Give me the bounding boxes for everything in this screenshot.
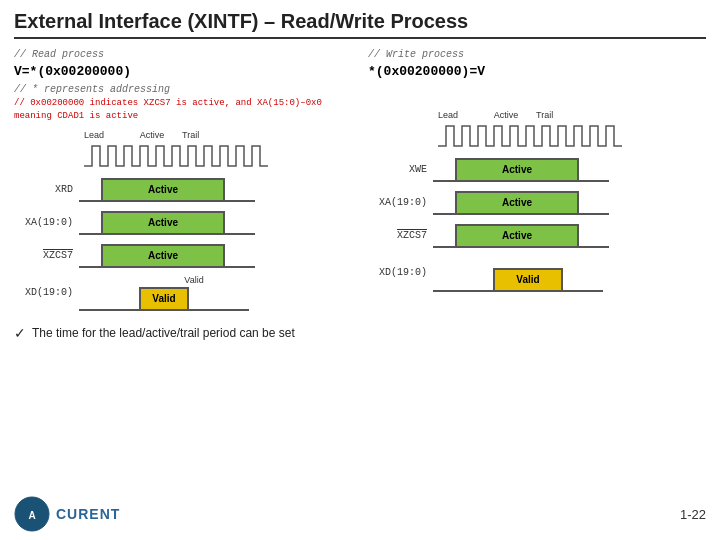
write-clk-diagram [438, 122, 706, 150]
read-clk-diagram [84, 142, 352, 170]
page-title: External Interface (XINTF) – Read/Write … [14, 10, 706, 33]
read-comment2: // * represents addressing [14, 82, 352, 97]
write-xd-row: XD(19:0) Valid [368, 255, 706, 291]
write-clk-labels: Lead Active Trail [368, 110, 706, 120]
write-xwe-label: XWE [368, 164, 433, 175]
read-valid-label: Valid [139, 275, 249, 285]
read-xrd-label: XRD [14, 184, 79, 195]
write-xzcs7-low-left [433, 224, 455, 248]
write-xwe-row: XWE Active [368, 156, 706, 184]
read-trail-label: Trail [182, 130, 212, 140]
read-xzcs7-active: Active [103, 244, 223, 268]
read-xa-row: XA(19:0) Active [14, 209, 352, 237]
read-xa-label: XA(19:0) [14, 217, 79, 228]
read-xd-label: XD(19:0) [14, 287, 79, 298]
write-column: // Write process *(0x00200000)=V Lead Ac… [368, 47, 706, 315]
write-active-label: Active [476, 110, 536, 120]
write-xd-flat-left [433, 268, 493, 292]
read-clk-svg [84, 142, 324, 170]
read-xrd-low-right [225, 178, 255, 202]
write-code: // Write process *(0x00200000)=V [368, 47, 706, 82]
write-xwe-bar: Active [433, 158, 609, 182]
read-xd-row: XD(19:0) Valid Valid [14, 275, 352, 311]
write-xzcs7-low-right [579, 224, 609, 248]
read-xd-flat-right [189, 287, 249, 311]
read-xzcs7-label: XZCS7 [14, 250, 79, 261]
read-xzcs7-bar: Active [79, 244, 255, 268]
read-lead-label: Lead [84, 130, 122, 140]
read-xrd-row: XRD Active [14, 176, 352, 204]
read-xrd-low-left [79, 178, 101, 202]
page-container: External Interface (XINTF) – Read/Write … [0, 0, 720, 540]
main-content: // Read process V=*(0x00200000) // * rep… [14, 47, 706, 315]
bottom-note-text: The time for the lead/active/trail perio… [32, 326, 295, 340]
write-xd-area: Valid [433, 254, 603, 292]
write-xd-valid-box: Valid [493, 268, 563, 292]
bottom-note: ✓ The time for the lead/active/trail per… [14, 325, 706, 341]
write-xwe-active: Active [457, 158, 577, 182]
read-xa-active: Active [103, 211, 223, 235]
write-xzcs7-row: XZCS7 Active [368, 222, 706, 250]
write-xa-row: XA(19:0) Active [368, 189, 706, 217]
write-xd-flat-right [563, 268, 603, 292]
read-xd-flat-left [79, 287, 139, 311]
read-xd-bar: Valid [79, 287, 249, 311]
read-note: // 0x00200000 indicates XZCS7 is active,… [14, 97, 352, 124]
write-xd-label: XD(19:0) [368, 267, 433, 278]
write-xwe-low-left [433, 158, 455, 182]
write-main-code: *(0x00200000)=V [368, 62, 706, 82]
read-code: // Read process V=*(0x00200000) // * rep… [14, 47, 352, 124]
write-comment1: // Write process [368, 47, 706, 62]
read-xd-valid-box: Valid [139, 287, 189, 311]
divider [14, 37, 706, 39]
read-xzcs7-low-left [79, 244, 101, 268]
checkmark-icon: ✓ [14, 325, 26, 341]
write-xzcs7-active: Active [457, 224, 577, 248]
write-xa-low-left [433, 191, 455, 215]
read-xzcs7-low-right [225, 244, 255, 268]
write-clk-svg [438, 122, 678, 150]
write-xa-active: Active [457, 191, 577, 215]
read-xa-low-left [79, 211, 101, 235]
read-xa-bar: Active [79, 211, 255, 235]
svg-text:A: A [28, 510, 35, 521]
write-xzcs7-label: XZCS7 [368, 230, 433, 241]
write-trail-label: Trail [536, 110, 566, 120]
write-xwe-low-right [579, 158, 609, 182]
read-clk-labels: Lead Active Trail [14, 130, 352, 140]
read-xrd-active: Active [103, 178, 223, 202]
write-xa-low-right [579, 191, 609, 215]
write-xa-bar: Active [433, 191, 609, 215]
logo-icon: A [14, 496, 50, 532]
page-number: 1-22 [680, 507, 706, 522]
read-xd-area: Valid Valid [79, 275, 249, 311]
read-main-code: V=*(0x00200000) [14, 62, 352, 82]
read-comment1: // Read process [14, 47, 352, 62]
logo-area: A CURENT [14, 496, 120, 532]
write-lead-label: Lead [438, 110, 476, 120]
write-xzcs7-bar: Active [433, 224, 609, 248]
footer: A CURENT 1-22 [14, 496, 706, 532]
read-active-label: Active [122, 130, 182, 140]
read-xa-low-right [225, 211, 255, 235]
read-xrd-bar: Active [79, 178, 255, 202]
logo-text: CURENT [56, 506, 120, 522]
read-xzcs7-row: XZCS7 Active [14, 242, 352, 270]
write-xa-label: XA(19:0) [368, 197, 433, 208]
read-column: // Read process V=*(0x00200000) // * rep… [14, 47, 352, 315]
write-xd-bar: Valid [433, 268, 603, 292]
